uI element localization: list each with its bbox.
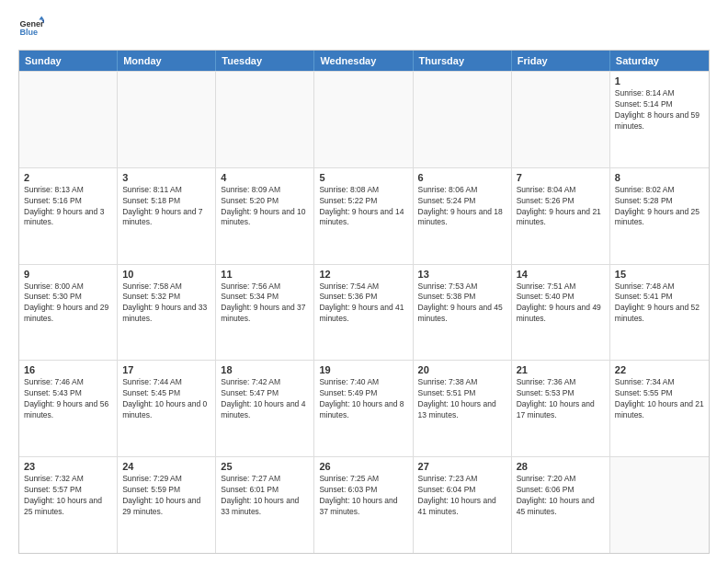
day-cell-17: 17Sunrise: 7:44 AM Sunset: 5:45 PM Dayli… bbox=[118, 361, 216, 456]
day-number: 17 bbox=[122, 364, 210, 375]
day-number: 6 bbox=[418, 172, 506, 183]
day-cell-22: 22Sunrise: 7:34 AM Sunset: 5:55 PM Dayli… bbox=[610, 361, 709, 456]
day-number: 4 bbox=[221, 172, 309, 183]
day-cell-15: 15Sunrise: 7:48 AM Sunset: 5:41 PM Dayli… bbox=[610, 265, 709, 361]
day-sun-info: Sunrise: 7:38 AM Sunset: 5:51 PM Dayligh… bbox=[418, 377, 506, 421]
day-cell-9: 9Sunrise: 8:00 AM Sunset: 5:30 PM Daylig… bbox=[19, 265, 118, 361]
day-header-tuesday: Tuesday bbox=[216, 51, 314, 71]
day-number: 12 bbox=[319, 269, 407, 280]
calendar: SundayMondayTuesdayWednesdayThursdayFrid… bbox=[18, 50, 710, 554]
day-sun-info: Sunrise: 7:42 AM Sunset: 5:47 PM Dayligh… bbox=[221, 377, 309, 421]
day-cell-20: 20Sunrise: 7:38 AM Sunset: 5:51 PM Dayli… bbox=[414, 361, 512, 456]
day-sun-info: Sunrise: 7:34 AM Sunset: 5:55 PM Dayligh… bbox=[615, 377, 704, 421]
svg-marker-2 bbox=[39, 16, 44, 19]
day-number: 9 bbox=[24, 269, 112, 280]
day-sun-info: Sunrise: 7:20 AM Sunset: 6:06 PM Dayligh… bbox=[517, 474, 605, 518]
week-row-4: 16Sunrise: 7:46 AM Sunset: 5:43 PM Dayli… bbox=[19, 360, 709, 456]
day-sun-info: Sunrise: 8:09 AM Sunset: 5:20 PM Dayligh… bbox=[221, 185, 309, 229]
day-cell-11: 11Sunrise: 7:56 AM Sunset: 5:34 PM Dayli… bbox=[216, 265, 314, 361]
day-cell-25: 25Sunrise: 7:27 AM Sunset: 6:01 PM Dayli… bbox=[216, 457, 314, 553]
day-number: 19 bbox=[319, 364, 407, 375]
day-sun-info: Sunrise: 7:51 AM Sunset: 5:40 PM Dayligh… bbox=[517, 282, 605, 326]
day-sun-info: Sunrise: 7:29 AM Sunset: 5:59 PM Dayligh… bbox=[122, 474, 210, 518]
day-number: 24 bbox=[122, 461, 210, 472]
day-number: 26 bbox=[319, 461, 407, 472]
day-number: 20 bbox=[418, 364, 506, 375]
logo-icon: General Blue bbox=[18, 15, 44, 40]
day-number: 22 bbox=[615, 364, 704, 375]
day-sun-info: Sunrise: 8:11 AM Sunset: 5:18 PM Dayligh… bbox=[122, 185, 210, 229]
day-cell-26: 26Sunrise: 7:25 AM Sunset: 6:03 PM Dayli… bbox=[314, 457, 413, 553]
day-cell-8: 8Sunrise: 8:02 AM Sunset: 5:28 PM Daylig… bbox=[610, 168, 709, 264]
day-header-thursday: Thursday bbox=[414, 51, 512, 71]
day-cell-empty bbox=[414, 72, 512, 167]
day-sun-info: Sunrise: 7:23 AM Sunset: 6:04 PM Dayligh… bbox=[418, 474, 506, 518]
day-cell-27: 27Sunrise: 7:23 AM Sunset: 6:04 PM Dayli… bbox=[414, 457, 512, 553]
header: General Blue bbox=[18, 15, 710, 40]
day-cell-19: 19Sunrise: 7:40 AM Sunset: 5:49 PM Dayli… bbox=[314, 361, 413, 456]
week-row-5: 23Sunrise: 7:32 AM Sunset: 5:57 PM Dayli… bbox=[19, 456, 709, 553]
day-number: 13 bbox=[418, 269, 506, 280]
week-row-1: 1Sunrise: 8:14 AM Sunset: 5:14 PM Daylig… bbox=[19, 71, 709, 167]
day-sun-info: Sunrise: 7:53 AM Sunset: 5:38 PM Dayligh… bbox=[418, 282, 506, 326]
day-cell-18: 18Sunrise: 7:42 AM Sunset: 5:47 PM Dayli… bbox=[216, 361, 314, 456]
week-row-3: 9Sunrise: 8:00 AM Sunset: 5:30 PM Daylig… bbox=[19, 264, 709, 361]
day-sun-info: Sunrise: 8:13 AM Sunset: 5:16 PM Dayligh… bbox=[24, 185, 112, 229]
calendar-body: 1Sunrise: 8:14 AM Sunset: 5:14 PM Daylig… bbox=[19, 71, 709, 553]
day-sun-info: Sunrise: 8:08 AM Sunset: 5:22 PM Dayligh… bbox=[319, 185, 407, 229]
day-cell-10: 10Sunrise: 7:58 AM Sunset: 5:32 PM Dayli… bbox=[118, 265, 216, 361]
day-number: 8 bbox=[615, 172, 704, 183]
day-header-friday: Friday bbox=[512, 51, 610, 71]
day-cell-12: 12Sunrise: 7:54 AM Sunset: 5:36 PM Dayli… bbox=[314, 265, 413, 361]
day-cell-empty bbox=[118, 72, 216, 167]
day-cell-1: 1Sunrise: 8:14 AM Sunset: 5:14 PM Daylig… bbox=[610, 72, 709, 167]
day-sun-info: Sunrise: 7:32 AM Sunset: 5:57 PM Dayligh… bbox=[24, 474, 112, 518]
day-number: 16 bbox=[24, 364, 112, 375]
day-number: 11 bbox=[221, 269, 309, 280]
day-number: 14 bbox=[517, 269, 605, 280]
day-sun-info: Sunrise: 7:36 AM Sunset: 5:53 PM Dayligh… bbox=[517, 377, 605, 421]
day-sun-info: Sunrise: 8:02 AM Sunset: 5:28 PM Dayligh… bbox=[615, 185, 704, 229]
page: General Blue SundayMondayTuesdayWednesda… bbox=[0, 0, 728, 563]
svg-text:General: General bbox=[19, 19, 44, 29]
day-cell-empty bbox=[512, 72, 610, 167]
day-number: 23 bbox=[24, 461, 112, 472]
day-header-saturday: Saturday bbox=[610, 51, 709, 71]
day-cell-3: 3Sunrise: 8:11 AM Sunset: 5:18 PM Daylig… bbox=[118, 168, 216, 264]
day-number: 27 bbox=[418, 461, 506, 472]
day-header-wednesday: Wednesday bbox=[314, 51, 413, 71]
day-sun-info: Sunrise: 7:25 AM Sunset: 6:03 PM Dayligh… bbox=[319, 474, 407, 518]
day-number: 10 bbox=[122, 269, 210, 280]
day-number: 3 bbox=[122, 172, 210, 183]
day-sun-info: Sunrise: 7:40 AM Sunset: 5:49 PM Dayligh… bbox=[319, 377, 407, 421]
day-sun-info: Sunrise: 8:04 AM Sunset: 5:26 PM Dayligh… bbox=[517, 185, 605, 229]
day-cell-28: 28Sunrise: 7:20 AM Sunset: 6:06 PM Dayli… bbox=[512, 457, 610, 553]
day-number: 18 bbox=[221, 364, 309, 375]
day-number: 2 bbox=[24, 172, 112, 183]
day-cell-24: 24Sunrise: 7:29 AM Sunset: 5:59 PM Dayli… bbox=[118, 457, 216, 553]
day-header-monday: Monday bbox=[118, 51, 216, 71]
day-cell-empty bbox=[314, 72, 413, 167]
week-row-2: 2Sunrise: 8:13 AM Sunset: 5:16 PM Daylig… bbox=[19, 167, 709, 264]
day-cell-empty bbox=[610, 457, 709, 553]
day-cell-5: 5Sunrise: 8:08 AM Sunset: 5:22 PM Daylig… bbox=[314, 168, 413, 264]
day-sun-info: Sunrise: 7:46 AM Sunset: 5:43 PM Dayligh… bbox=[24, 377, 112, 421]
day-sun-info: Sunrise: 7:58 AM Sunset: 5:32 PM Dayligh… bbox=[122, 282, 210, 326]
day-sun-info: Sunrise: 7:54 AM Sunset: 5:36 PM Dayligh… bbox=[319, 282, 407, 326]
day-sun-info: Sunrise: 8:06 AM Sunset: 5:24 PM Dayligh… bbox=[418, 185, 506, 229]
day-cell-14: 14Sunrise: 7:51 AM Sunset: 5:40 PM Dayli… bbox=[512, 265, 610, 361]
day-number: 28 bbox=[517, 461, 605, 472]
day-sun-info: Sunrise: 7:48 AM Sunset: 5:41 PM Dayligh… bbox=[615, 282, 704, 326]
day-number: 21 bbox=[517, 364, 605, 375]
day-sun-info: Sunrise: 8:00 AM Sunset: 5:30 PM Dayligh… bbox=[24, 282, 112, 326]
day-number: 1 bbox=[615, 75, 704, 86]
svg-text:Blue: Blue bbox=[19, 28, 38, 37]
day-cell-13: 13Sunrise: 7:53 AM Sunset: 5:38 PM Dayli… bbox=[414, 265, 512, 361]
day-cell-6: 6Sunrise: 8:06 AM Sunset: 5:24 PM Daylig… bbox=[414, 168, 512, 264]
day-number: 15 bbox=[615, 269, 704, 280]
day-sun-info: Sunrise: 7:27 AM Sunset: 6:01 PM Dayligh… bbox=[221, 474, 309, 518]
day-cell-4: 4Sunrise: 8:09 AM Sunset: 5:20 PM Daylig… bbox=[216, 168, 314, 264]
day-sun-info: Sunrise: 8:14 AM Sunset: 5:14 PM Dayligh… bbox=[615, 88, 704, 132]
day-sun-info: Sunrise: 7:44 AM Sunset: 5:45 PM Dayligh… bbox=[122, 377, 210, 421]
day-cell-16: 16Sunrise: 7:46 AM Sunset: 5:43 PM Dayli… bbox=[19, 361, 118, 456]
